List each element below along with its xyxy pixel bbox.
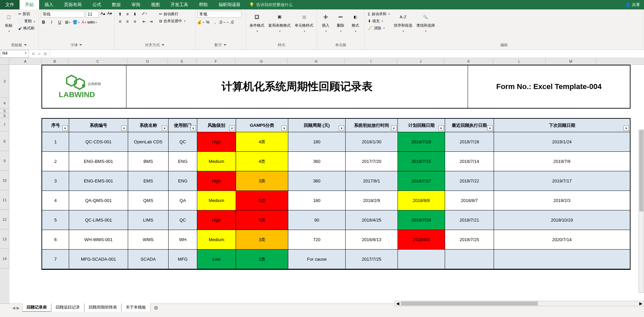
table-cell[interactable]: WH	[169, 230, 197, 250]
table-cell[interactable]: 2018/8/7	[445, 191, 494, 210]
table-cell[interactable]: BMS	[128, 152, 169, 171]
filter-button[interactable]: ▾	[229, 125, 235, 131]
table-cell[interactable]: ENG	[169, 152, 197, 171]
scroll-left-icon[interactable]: ◀	[395, 301, 401, 306]
column-header[interactable]: K	[444, 58, 493, 64]
table-cell[interactable]: 2018/7/24	[398, 210, 445, 230]
cancel-formula-icon[interactable]: ✕	[32, 52, 35, 56]
alignment-label[interactable]: 对齐方式 ⏷	[117, 42, 193, 48]
table-cell[interactable]: 5类	[236, 191, 288, 210]
increase-decimal-icon[interactable]: .0→	[220, 20, 225, 25]
row-header[interactable]: 11	[0, 190, 9, 210]
table-cell[interactable]: QC-LIMS-001	[69, 210, 128, 230]
align-center-icon[interactable]: ≡	[124, 18, 131, 25]
sheet-tab[interactable]: 回顾追踪记录	[51, 304, 84, 312]
filter-button[interactable]: ▾	[191, 125, 196, 131]
row-header[interactable]: 8	[0, 132, 9, 151]
tell-me-search[interactable]: 💡 告诉我你想要做什么	[246, 0, 296, 9]
table-cell[interactable]: 2018/2/9	[346, 191, 398, 210]
row-header[interactable]: 10	[0, 171, 9, 190]
filter-button[interactable]: ▾	[282, 125, 287, 131]
filter-button[interactable]: ▾	[121, 125, 127, 131]
tab-home[interactable]: 开始	[20, 0, 39, 9]
table-cell[interactable]: Medium	[197, 230, 236, 250]
table-cell[interactable]: 2018/7/25	[445, 230, 494, 250]
table-cell[interactable]: Low	[197, 250, 236, 269]
fx-icon[interactable]: fx	[44, 52, 47, 56]
align-top-icon[interactable]: ⬆	[117, 11, 123, 18]
tab-review[interactable]: 审阅	[126, 0, 146, 9]
copy-button[interactable]: 📄复制	[17, 18, 36, 24]
row-header[interactable]: 6	[0, 113, 9, 118]
font-family-select[interactable]	[41, 11, 85, 18]
row-header[interactable]: 14	[0, 249, 9, 268]
filter-button[interactable]: ▾	[391, 125, 397, 131]
row-header[interactable]: 4	[0, 98, 9, 109]
table-cell[interactable]: 6	[42, 230, 69, 250]
table-cell[interactable]: 2017/8/1	[346, 171, 398, 191]
filter-button[interactable]: ▾	[339, 125, 344, 131]
add-sheet-button[interactable]: ⊕	[150, 305, 162, 311]
clear-button[interactable]: 🧹清除	[367, 25, 391, 31]
table-cell[interactable]: 2018/1/30	[346, 132, 398, 152]
align-bottom-icon[interactable]: ⬇	[131, 11, 138, 18]
conditional-format-button[interactable]: 🔲条件格式	[248, 11, 266, 33]
table-cell[interactable]: 4	[42, 191, 69, 210]
paste-button[interactable]: 📋 粘贴	[2, 11, 16, 33]
cut-button[interactable]: ✂剪切	[17, 11, 36, 17]
table-format-button[interactable]: 🔳套用表格格式	[267, 11, 292, 33]
tab-insert[interactable]: 插入	[39, 0, 59, 9]
filter-button[interactable]: ▾	[162, 125, 167, 131]
table-cell[interactable]: 3	[42, 171, 69, 191]
autosum-button[interactable]: Σ自动求和	[367, 11, 391, 17]
bold-button[interactable]: B	[41, 20, 46, 25]
accounting-format-icon[interactable]: 💰	[198, 20, 203, 25]
table-cell[interactable]: 3类	[236, 230, 288, 250]
table-cell[interactable]: QA	[169, 191, 197, 210]
underline-button[interactable]: U	[57, 20, 62, 25]
table-cell[interactable]: WH-WMS-001	[69, 230, 128, 250]
table-cell[interactable]: 2018/10/19	[494, 210, 630, 230]
table-cell[interactable]: 2018/7/29	[398, 132, 445, 152]
formula-input[interactable]	[50, 50, 644, 58]
scroll-right-icon[interactable]: ▶	[638, 301, 644, 306]
filter-button[interactable]: ▾	[487, 125, 493, 131]
table-cell[interactable]: 2018/8/8	[398, 191, 445, 210]
tab-help[interactable]: 帮助	[194, 0, 213, 9]
table-cell[interactable]: 2017/7/20	[346, 152, 398, 171]
fill-color-button[interactable]: 🪣	[73, 20, 79, 25]
delete-cell-button[interactable]: ➖删除	[334, 11, 347, 33]
border-button[interactable]: ⊞	[65, 20, 70, 25]
table-cell[interactable]: 2016/8/13	[346, 230, 398, 250]
table-cell[interactable]: QC	[169, 132, 197, 152]
table-cell[interactable]: 180	[288, 132, 346, 152]
table-cell[interactable]	[445, 250, 494, 269]
column-header[interactable]: C	[68, 58, 127, 64]
column-header[interactable]: M	[546, 58, 596, 64]
tab-view[interactable]: 视图	[146, 0, 165, 9]
table-cell[interactable]: 7	[42, 250, 69, 269]
decrease-font-icon[interactable]: A▾	[107, 11, 112, 16]
column-header[interactable]: E	[168, 58, 197, 64]
table-cell[interactable]: 5类	[236, 210, 288, 230]
table-cell[interactable]: SCADA	[128, 250, 169, 269]
table-cell[interactable]: QC-CDS-001	[69, 132, 128, 152]
tab-developer[interactable]: 开发工具	[165, 0, 194, 9]
filter-button[interactable]: ▾	[623, 125, 629, 131]
orientation-button[interactable]: ⤢	[142, 11, 147, 16]
tab-nav-prev-icon[interactable]: ◀	[12, 306, 15, 310]
table-cell[interactable]: 180	[288, 191, 346, 210]
table-cell[interactable]: MFG-SCADA-001	[69, 250, 128, 269]
table-cell[interactable]: ENG-EMS-001	[69, 171, 128, 191]
enter-formula-icon[interactable]: ✓	[38, 52, 41, 56]
horizontal-scrollbar[interactable]: ◀ ▶	[394, 301, 644, 306]
tab-page-layout[interactable]: 页面布局	[59, 0, 87, 9]
format-painter-button[interactable]: 🖌格式刷	[17, 25, 36, 31]
wrap-text-button[interactable]: ↩自动换行	[158, 11, 187, 17]
table-cell[interactable]: 2018/7/15	[398, 152, 445, 171]
select-all-corner[interactable]	[0, 58, 9, 64]
table-cell[interactable]: 2019/7/17	[494, 171, 630, 191]
table-cell[interactable]: 2018/7/21	[445, 210, 494, 230]
table-cell[interactable]: 2018/7/28	[445, 132, 494, 152]
name-box[interactable]: N4	[0, 50, 29, 58]
